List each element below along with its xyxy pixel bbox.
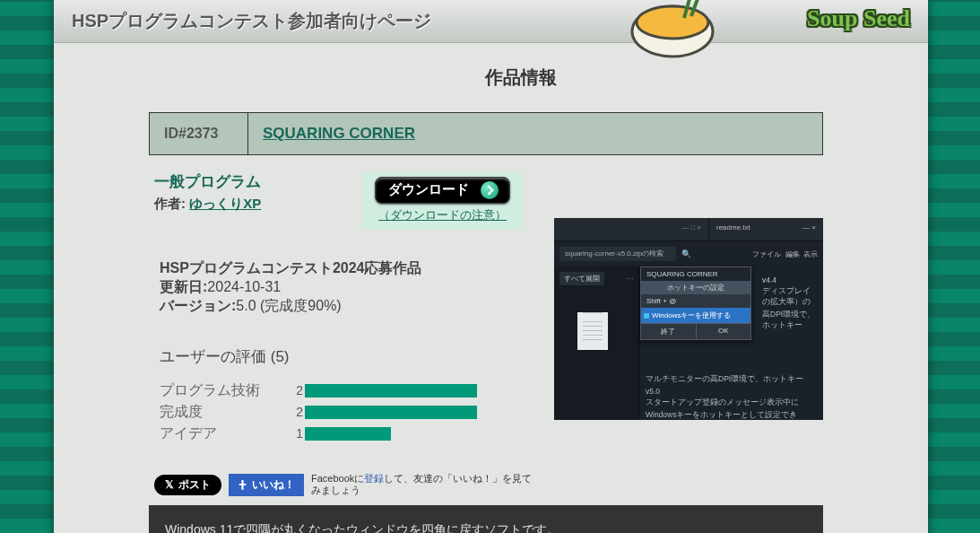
ss-note-l3: マルチモニターの高DPI環境で、ホットキー [646, 374, 818, 385]
site-logo[interactable]: Soup Seed [807, 5, 910, 32]
ss-popup-ok: OK [697, 323, 751, 339]
ss-note-l2: 高DPI環境で、ホットキー [762, 310, 818, 331]
updated-label: 更新日: [160, 279, 207, 294]
entry-title-link[interactable]: SQUARING CORNER [263, 125, 415, 142]
ellipsis-icon: … [626, 272, 634, 281]
ss-search-box: squaring-corner-v5.0.zipの検索 [559, 247, 676, 261]
ss-v44: v4.4 [762, 275, 818, 284]
download-icon [481, 181, 499, 199]
page-title: HSPプログラムコンテスト参加者向けページ [72, 9, 431, 33]
page-frame: HSPプログラムコンテスト参加者向けページ Soup Seed 作品情報 ID#… [54, 0, 928, 533]
ss-win-controls-left: — □ × [554, 218, 708, 240]
section-title: 作品情報 [149, 66, 892, 90]
ss-popup: SQUARING CORNER ホットキーの設定 Shift + @ Windo… [640, 266, 751, 340]
rating-label: プログラム技術 [160, 381, 292, 400]
screenshot-thumbnail[interactable]: — □ × readme.txt — × squaring-corner-v5.… [554, 218, 823, 420]
content-area: 作品情報 ID#2373 SQUARING CORNER 一般プログラム 作者:… [54, 43, 928, 533]
author-link[interactable]: ゆっくりXP [189, 196, 261, 211]
fb-prompt-text: Facebookに登録して、友達の「いいね！」を見てみましょう [311, 473, 535, 496]
header-illustration [623, 0, 731, 63]
ss-note-l5: スタートアップ登録のメッセージ表示中に [646, 398, 818, 408]
rating-row: アイデア 1 [160, 423, 823, 444]
page-header: HSPプログラムコンテスト参加者向けページ Soup Seed [54, 0, 928, 43]
entry-category: 一般プログラム [154, 171, 359, 192]
rating-bar [305, 384, 477, 398]
rating-value: 2 [292, 405, 303, 419]
rating-label: アイデア [160, 424, 292, 443]
summary-row: 一般プログラム 作者: ゆっくりXP ダウンロード （ダウンロードの注意） — … [149, 166, 823, 459]
rating-label: 完成度 [160, 403, 292, 422]
ss-menu-edit: 編集 [785, 250, 800, 258]
download-note-link[interactable]: （ダウンロードの注意） [375, 207, 509, 223]
fb-like-label: いいね！ [252, 477, 295, 493]
ss-note-l1: ディスプレイの拡大率）の [762, 286, 818, 308]
file-icon [577, 312, 608, 350]
contest-line: HSPプログラムコンテスト2024応募作品 [160, 260, 422, 275]
ss-note-l4: v5.0 [646, 387, 818, 396]
rating-bar [305, 427, 391, 441]
updated-value: 2024-10-31 [207, 279, 281, 294]
search-icon: 🔍 [681, 249, 691, 258]
ss-popup-exit: 終了 [641, 323, 697, 339]
entry-header-table: ID#2373 SQUARING CORNER [149, 112, 823, 155]
ss-menu-view: 表示 [803, 250, 818, 258]
ss-popup-row2: Windowsキーを使用する [641, 308, 750, 323]
desc-line-1: Windows 11で四隅が丸くなったウィンドウを四角に戻すソフトです。 [165, 520, 807, 533]
rating-value: 1 [292, 426, 303, 441]
ss-note-l6: Windowsキーをホットキーとして設定でき [646, 410, 818, 420]
fb-register-link[interactable]: 登録 [364, 473, 384, 484]
ss-popup-row1: Shift + @ [641, 294, 750, 308]
ss-tab-all: すべて展開 [559, 272, 604, 285]
version-label: バージョン: [160, 298, 236, 313]
entry-id: ID#2373 [150, 113, 248, 155]
ss-win-controls-right: — × [802, 223, 816, 235]
fb-like-button[interactable]: いいね！ [229, 474, 304, 496]
download-box: ダウンロード （ダウンロードの注意） [362, 171, 522, 229]
svg-point-1 [637, 6, 708, 39]
download-button-label: ダウンロード [388, 181, 469, 197]
author-label: 作者: [154, 196, 189, 211]
x-post-button[interactable]: ポスト [154, 475, 221, 495]
ss-popup-parent: SQUARING CORNER [641, 267, 750, 281]
social-row: ポスト いいね！ Facebookに登録して、友達の「いいね！」を見てみましょう [149, 473, 823, 496]
x-post-label: ポスト [178, 477, 211, 493]
description-box: Windows 11で四隅が丸くなったウィンドウを四角に戻すソフトです。 ウィン… [149, 505, 823, 533]
author-line: 作者: ゆっくりXP [154, 196, 359, 213]
rating-bar [305, 406, 477, 419]
download-button[interactable]: ダウンロード [375, 177, 509, 204]
summary-left: 一般プログラム 作者: ゆっくりXP [154, 171, 359, 213]
ss-readme-title: readme.txt [716, 223, 750, 235]
entry-title-cell: SQUARING CORNER [248, 113, 823, 155]
ss-menu-file: ファイル [752, 250, 781, 258]
version-value: 5.0 (完成度90%) [236, 298, 341, 313]
ss-popup-title: ホットキーの設定 [641, 281, 750, 294]
rating-value: 2 [292, 383, 303, 398]
